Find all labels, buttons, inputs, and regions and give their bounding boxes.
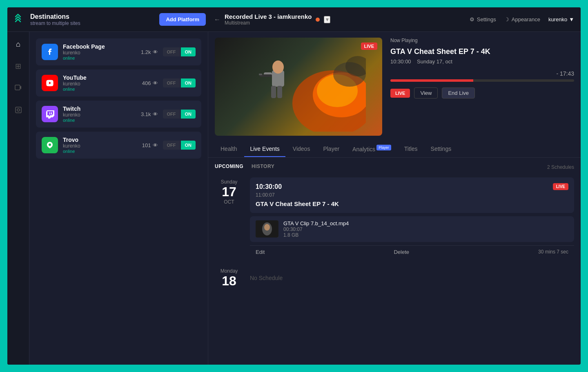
clip-size: 1.8 GB (283, 232, 568, 238)
content-top: LIVE Now Playing GTA V Cheat Sheet EP 7 … (208, 32, 581, 141)
youtube-toggle-on[interactable]: ON (181, 78, 196, 87)
no-schedule-label: No Schedule (250, 267, 574, 289)
youtube-toggle[interactable]: OFF ON (163, 78, 196, 87)
trovo-toggle-off[interactable]: OFF (163, 141, 180, 150)
now-playing-time: 10:30:00 Sunday 17, oct (390, 58, 574, 65)
trovo-toggle-on[interactable]: ON (181, 141, 196, 150)
video-preview: LIVE (215, 38, 382, 136)
twitch-toggle-on[interactable]: ON (181, 110, 196, 119)
content-area: UPCOMING HISTORY 2 Schedules Sunday 17 O… (208, 158, 581, 365)
twitch-toggle[interactable]: OFF ON (163, 110, 196, 119)
stream-dropdown-button[interactable]: ▼ (324, 16, 330, 23)
facebook-viewers: 1.2k 👁 (141, 49, 158, 55)
platform-card-trovo: Trovo kurenko online 101 👁 OFF ON (36, 132, 201, 159)
subtab-upcoming[interactable]: UPCOMING (215, 164, 243, 171)
stream-info: Recorded Live 3 - iamkurenko Multistream (225, 13, 312, 26)
user-chevron-icon: ▼ (569, 16, 574, 22)
tab-videos[interactable]: Videos (287, 141, 316, 157)
facebook-toggle-off[interactable]: OFF (163, 47, 180, 56)
sidebar-item-clips[interactable] (12, 104, 24, 118)
appearance-button[interactable]: ☽ Appearance (504, 16, 540, 22)
trovo-toggle[interactable]: OFF ON (163, 141, 196, 150)
clip-actions: Edit Delete 30 mins 7 sec (250, 245, 574, 258)
facebook-logo (42, 44, 58, 60)
sidebar-item-home[interactable]: ⌂ (13, 38, 23, 51)
svg-point-3 (17, 109, 20, 111)
main-body: ⌂ ⊞ (7, 32, 581, 365)
platform-card-twitch: Twitch kurenko online 3.1k 👁 OFF ON (36, 101, 201, 128)
eye-icon-tw: 👁 (153, 111, 158, 117)
now-playing-controls: LIVE View End Live (390, 87, 574, 99)
live-badge-video: LIVE (361, 43, 377, 50)
tab-titles[interactable]: Titles (399, 141, 423, 157)
tab-player[interactable]: Player (317, 141, 345, 157)
add-platform-button[interactable]: Add Platform (159, 13, 206, 26)
now-playing-countdown: - 17:43 (390, 70, 574, 77)
live-badge-np: LIVE (390, 89, 410, 98)
view-button[interactable]: View (414, 87, 438, 99)
sidebar-item-video[interactable] (12, 81, 24, 96)
back-button[interactable]: ← (214, 16, 220, 23)
schedule-event-title: GTA V Cheat Sheet EP 7 - 4K (256, 200, 568, 207)
moon-icon: ☽ (504, 16, 509, 22)
trovo-logo (42, 137, 58, 153)
delete-button[interactable]: Delete (394, 249, 409, 255)
platform-card-facebook: Facebook Page kurenko online 1.2k 👁 OFF … (36, 38, 201, 65)
edit-button[interactable]: Edit (256, 249, 265, 255)
svg-rect-14 (271, 86, 276, 98)
schedule-time-sub: 11:00:07 (256, 192, 568, 198)
clip-item: GTA V Clip 7.b_14_oct.mp4 00:30:07 1.8 G… (250, 216, 574, 242)
tab-analytics[interactable]: AnalyticsPlayer (347, 141, 397, 157)
eye-icon: 👁 (153, 49, 158, 55)
header-center: ← Recorded Live 3 - iamkurenko Multistre… (214, 13, 470, 26)
schedule-items-sunday: 10:30:00 LIVE 11:00:07 GTA V Cheat Sheet… (250, 177, 574, 258)
svg-rect-0 (15, 85, 20, 90)
eye-icon-tr: 👁 (153, 142, 158, 148)
svg-rect-15 (277, 86, 282, 98)
tab-settings[interactable]: Settings (425, 141, 457, 157)
progress-fill (390, 79, 473, 82)
now-playing-title: GTA V Cheat Sheet EP 7 - 4K (390, 47, 574, 56)
clip-duration-time: 00:30:07 (283, 226, 568, 232)
twitch-viewers: 3.1k 👁 (141, 111, 158, 117)
schedule-card-live: 10:30:00 LIVE 11:00:07 GTA V Cheat Sheet… (250, 177, 574, 213)
svg-point-12 (272, 61, 284, 74)
twitch-toggle-off[interactable]: OFF (163, 110, 180, 119)
live-badge-schedule: LIVE (553, 183, 568, 190)
settings-icon: ⚙ (470, 16, 474, 22)
now-playing-label: Now Playing (390, 38, 574, 43)
schedule-day-monday: Monday 18 No Schedule (215, 267, 574, 289)
main-content: LIVE Now Playing GTA V Cheat Sheet EP 7 … (208, 32, 581, 365)
youtube-logo (42, 75, 58, 91)
facebook-details: Facebook Page kurenko online (63, 43, 136, 61)
youtube-toggle-off[interactable]: OFF (163, 78, 180, 87)
twitch-details: Twitch kurenko online (63, 105, 136, 123)
tab-health[interactable]: Health (215, 141, 243, 157)
video-background (215, 38, 382, 136)
facebook-toggle-on[interactable]: ON (181, 47, 196, 56)
trovo-details: Trovo kurenko online (63, 137, 137, 154)
progress-bar (390, 79, 574, 82)
subtab-history[interactable]: HISTORY (252, 164, 274, 171)
tabs-row: Health Live Events Videos Player Analyti… (208, 141, 581, 158)
schedule-day-sunday: Sunday 17 OCT 10:30:00 (215, 177, 574, 258)
svg-point-20 (264, 224, 270, 231)
tab-live-events[interactable]: Live Events (244, 141, 285, 157)
user-menu-button[interactable]: kurenko ▼ (548, 16, 574, 22)
app-logo (14, 13, 25, 27)
svg-rect-17 (259, 74, 262, 75)
settings-button[interactable]: ⚙ Settings (470, 16, 496, 22)
destinations-panel: Facebook Page kurenko online 1.2k 👁 OFF … (29, 32, 208, 365)
sidebar-item-grid[interactable]: ⊞ (13, 59, 24, 73)
clip-name: GTA V Clip 7.b_14_oct.mp4 (283, 220, 568, 226)
end-live-button[interactable]: End Live (442, 87, 475, 99)
svg-rect-2 (16, 107, 21, 113)
facebook-toggle[interactable]: OFF ON (163, 47, 196, 56)
now-playing-panel: Now Playing GTA V Cheat Sheet EP 7 - 4K … (382, 38, 574, 136)
clip-thumbnail (256, 220, 278, 238)
youtube-details: YouTube kurenko online (63, 74, 137, 92)
live-indicator (316, 18, 320, 22)
gta-character-illustration (235, 42, 366, 132)
destinations-subtitle: stream to multiple sites (30, 20, 80, 26)
clip-total-duration: 30 mins 7 sec (538, 249, 568, 255)
